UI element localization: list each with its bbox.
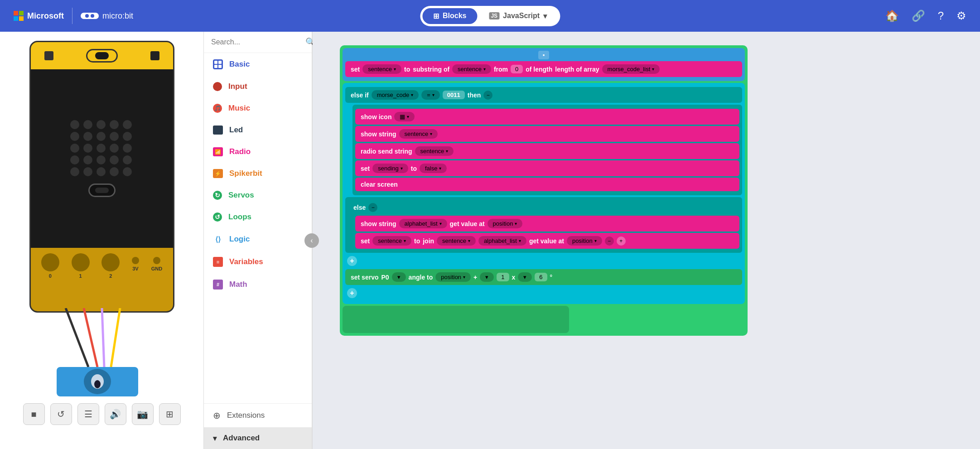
sidebar-item-servos[interactable]: ↻ Servos	[204, 184, 312, 206]
x-label: x	[512, 274, 516, 281]
degrees-symbol: °	[550, 274, 553, 281]
sidebar-item-music[interactable]: 🎵 Music	[204, 97, 312, 119]
sound-button[interactable]: 🔊	[105, 403, 126, 425]
share-button[interactable]: 🔗	[912, 10, 925, 22]
music-label: Music	[228, 104, 250, 113]
icon-picker[interactable]: ▦ ▾	[394, 112, 415, 121]
basic-icon	[213, 59, 223, 69]
settings-sim-button[interactable]: ☰	[77, 403, 99, 425]
restart-button[interactable]: ↺	[50, 403, 72, 425]
num6-value[interactable]: 6	[535, 273, 547, 281]
plus-btn-1[interactable]: +	[617, 237, 626, 246]
sentence-pill-4[interactable]: sentence ▾	[437, 236, 476, 246]
servos-label: Servos	[228, 191, 254, 200]
sidebar-item-spikerbit[interactable]: ⚡ Spikerbit	[204, 163, 312, 184]
sidebar-item-led[interactable]: Led	[204, 119, 312, 141]
expand-button[interactable]: ⊞	[159, 403, 181, 425]
advanced-item[interactable]: ▾ Advanced	[204, 427, 312, 449]
code-canvas[interactable]: ▪ set sentence ▾ to substring of sentenc…	[313, 32, 980, 449]
add-branch-button[interactable]: +	[347, 256, 357, 266]
microsoft-logo: Microsoft	[14, 11, 64, 21]
blocks-mode-button[interactable]: ⊞ Blocks	[422, 8, 477, 24]
loops-icon: ↺	[213, 212, 222, 222]
pin-3v[interactable]	[132, 257, 139, 264]
javascript-mode-button[interactable]: JS JavaScript ▾	[478, 8, 558, 24]
morse-code-list-pill[interactable]: morse_code_list ▾	[602, 64, 660, 74]
sidebar-item-loops[interactable]: ↺ Loops	[204, 206, 312, 228]
main-layout: A B	[0, 32, 980, 449]
screenshot-button[interactable]: 📷	[132, 403, 154, 425]
radio-sentence-pill[interactable]: sentence ▾	[415, 146, 454, 156]
microbit-text: micro:bit	[102, 11, 133, 21]
pin-0[interactable]	[41, 253, 59, 271]
search-input[interactable]	[211, 38, 302, 46]
x-pill[interactable]: ▾	[518, 272, 532, 282]
input-label: Input	[228, 82, 247, 91]
from-value[interactable]: 0	[511, 65, 523, 73]
else-label: else	[353, 204, 366, 211]
equals-pill[interactable]: = ▾	[421, 90, 440, 100]
plus-pill[interactable]: ▾	[480, 272, 494, 282]
to-label-1: to	[404, 66, 410, 73]
show-string-sentence-pill[interactable]: sentence ▾	[399, 129, 438, 139]
collapse-panel-button[interactable]: ‹	[304, 233, 319, 248]
morse-code-pill[interactable]: morse_code ▾	[372, 90, 419, 100]
set-servo-label: set servo	[351, 274, 378, 281]
morse-value[interactable]: 0011	[443, 91, 465, 99]
position-pill-1[interactable]: position ▾	[488, 219, 523, 228]
ms-grid-icon	[14, 11, 24, 21]
minus-btn-1[interactable]: −	[483, 91, 492, 100]
set-sending-label: set	[361, 165, 370, 172]
length-of-array-label: length of array	[555, 66, 599, 73]
settings-button[interactable]: ⚙	[956, 10, 966, 22]
simulator-panel: A B	[0, 32, 204, 449]
sentence-pill-2[interactable]: sentence ▾	[452, 64, 491, 74]
pin-1[interactable]	[72, 253, 90, 271]
else-if-label: else if	[351, 92, 369, 99]
alphabet-list-pill-1[interactable]: alphabet_list ▾	[399, 219, 447, 228]
sentence-pill-3[interactable]: sentence ▾	[372, 236, 411, 246]
sidebar-item-input[interactable]: Input	[204, 76, 312, 97]
sidebar-item-logic[interactable]: ⟨⟩ Logic	[204, 228, 312, 251]
num1-value[interactable]: 1	[497, 273, 509, 281]
help-button[interactable]: ?	[938, 10, 944, 22]
math-label: Math	[229, 280, 247, 289]
stop-button[interactable]: ■	[23, 403, 45, 425]
sending-pill[interactable]: sending ▾	[372, 164, 408, 173]
get-value-at-label-2: get value at	[529, 237, 564, 245]
spikerbit-icon: ⚡	[213, 169, 223, 178]
false-pill[interactable]: false ▾	[420, 164, 447, 173]
sidebar-item-math[interactable]: # Math	[204, 273, 312, 296]
position-pill-2[interactable]: position ▾	[567, 236, 602, 246]
then-label: then	[468, 92, 481, 99]
extensions-item[interactable]: ⊕ Extensions	[204, 404, 312, 427]
microbit-logo: micro:bit	[81, 11, 133, 21]
pin-2-label: 2	[101, 273, 120, 279]
pin-gnd[interactable]	[153, 257, 160, 264]
sentence-pill-1[interactable]: sentence ▾	[362, 64, 401, 74]
sidebar-item-variables[interactable]: ≡ Variables	[204, 251, 312, 273]
pin-2[interactable]	[101, 253, 120, 271]
device-notch-right	[150, 51, 159, 60]
servos-icon: ↻	[213, 191, 222, 200]
variables-icon: ≡	[213, 257, 223, 267]
show-string-label-1: show string	[361, 130, 396, 138]
sidebar-item-radio[interactable]: 📶 Radio	[204, 141, 312, 163]
loops-label: Loops	[228, 212, 251, 222]
blocks-list: Basic Input 🎵 Music Led 📶 Radio ⚡ Spiker…	[204, 53, 312, 403]
p0-pill[interactable]: ▾	[392, 272, 406, 282]
minus-btn-2[interactable]: −	[368, 203, 377, 212]
add-block-button[interactable]: +	[347, 288, 357, 298]
svg-point-7	[94, 380, 101, 388]
sidebar-item-basic[interactable]: Basic	[204, 53, 312, 76]
minus-btn-3[interactable]: −	[605, 237, 614, 246]
block-connector: ▪	[538, 51, 550, 59]
alphabet-list-pill-2[interactable]: alphabet_list ▾	[478, 236, 526, 246]
extensions-label: Extensions	[227, 411, 265, 420]
home-button[interactable]: 🏠	[885, 10, 899, 22]
device-bottom-strip: 0 1 2 3V GND	[31, 248, 173, 311]
header: Microsoft micro:bit ⊞ Blocks JS JavaScri…	[0, 0, 980, 32]
position-pill-3[interactable]: position ▾	[435, 272, 471, 282]
to-label-2: to	[411, 165, 417, 172]
blocks-panel: 🔍 Basic Input 🎵 Music	[204, 32, 313, 449]
